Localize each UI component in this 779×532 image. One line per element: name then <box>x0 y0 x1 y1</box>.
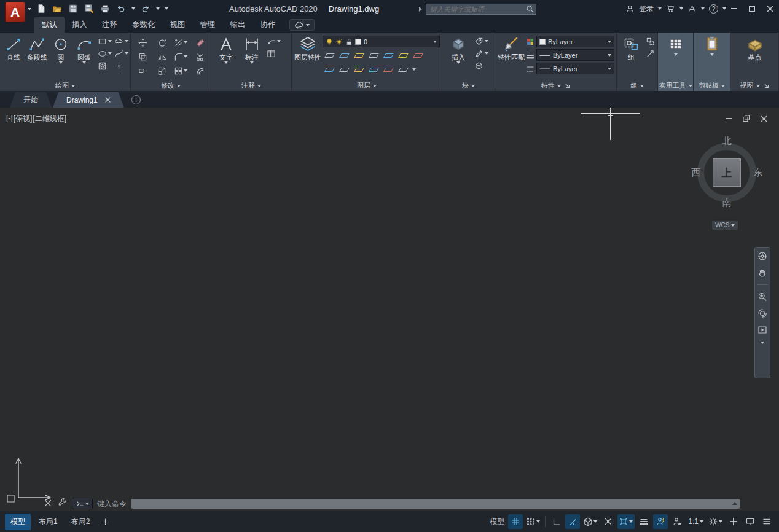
cart-arrow-icon[interactable] <box>679 7 683 10</box>
insert-arrow-icon[interactable] <box>456 61 460 64</box>
minimize-button[interactable] <box>730 4 738 13</box>
isodraft-arrow-icon[interactable] <box>593 520 597 523</box>
view-expander-icon[interactable] <box>764 84 769 88</box>
trim-arrow-icon[interactable] <box>184 41 187 44</box>
full-navigation-wheel-button[interactable] <box>757 251 767 261</box>
dimension-arrow-icon[interactable] <box>250 61 254 64</box>
doc-minimize-button[interactable] <box>725 114 734 123</box>
cloud-menu-button[interactable] <box>289 19 315 31</box>
open-file-button[interactable] <box>52 3 63 14</box>
annotation-visibility-toggle[interactable] <box>653 514 668 529</box>
workspace-arrow-icon[interactable] <box>719 520 722 523</box>
panel-label-block[interactable]: 块 <box>442 80 495 91</box>
circle-arrow-icon[interactable] <box>59 61 63 64</box>
graphics-performance-button[interactable] <box>743 514 757 529</box>
close-button[interactable] <box>765 4 774 13</box>
trim-button[interactable] <box>171 37 190 48</box>
wcs-selector[interactable]: WCS <box>712 221 738 230</box>
fillet-arrow-icon[interactable] <box>184 55 187 58</box>
text-arrow-icon[interactable] <box>224 61 228 64</box>
save-as-button[interactable] <box>84 3 95 14</box>
viewport-menu-control[interactable]: [-] <box>6 114 13 124</box>
panel-label-modify[interactable]: 修改 <box>131 80 211 91</box>
merge-layer-button[interactable] <box>368 65 379 74</box>
layer-dropdown[interactable]: 0 <box>323 36 440 47</box>
tab-parametric[interactable]: 参数化 <box>125 17 163 33</box>
layer-on-bulb-icon[interactable] <box>326 38 333 45</box>
match-properties-button[interactable]: 特性匹配 <box>498 34 525 61</box>
panel-label-annotate[interactable]: 注释 <box>211 80 291 91</box>
undo-button[interactable] <box>115 3 127 14</box>
search-input[interactable] <box>426 4 536 15</box>
point-button[interactable] <box>113 61 124 71</box>
model-space-label[interactable]: 模型 <box>488 514 506 529</box>
viewcube-top-face[interactable]: 上 <box>713 158 741 187</box>
save-button[interactable] <box>68 3 79 14</box>
recent-commands-button[interactable] <box>72 498 93 509</box>
stretch-button[interactable] <box>133 65 152 76</box>
annotation-scale-arrow-icon[interactable] <box>700 520 703 523</box>
ucs-icon[interactable] <box>2 452 64 509</box>
base-point-button[interactable]: 基点 <box>742 34 769 61</box>
autodesk-a-icon[interactable] <box>687 4 697 14</box>
orbit-button[interactable] <box>757 308 767 318</box>
scale-button[interactable] <box>152 65 171 76</box>
rotate-button[interactable] <box>152 37 171 48</box>
offset-button[interactable] <box>190 65 209 76</box>
measure-arrow-icon[interactable] <box>674 53 678 56</box>
snap-toggle[interactable] <box>525 514 542 529</box>
group-button[interactable]: 组 <box>619 34 643 61</box>
new-drawing-tab-button[interactable] <box>131 95 141 104</box>
spline-arrow-icon[interactable] <box>125 52 128 55</box>
define-attribute-arrow-icon[interactable] <box>485 52 488 55</box>
layer-lock-button[interactable] <box>368 50 379 60</box>
mirror-button[interactable] <box>152 51 171 62</box>
file-tab-drawing1[interactable]: Drawing1 <box>53 92 124 108</box>
layer-isolate-button[interactable] <box>339 50 350 60</box>
viewcube-east[interactable]: 东 <box>753 167 762 179</box>
annotation-scale-button[interactable]: 1:1 <box>686 514 705 529</box>
layer-off-button[interactable] <box>324 50 335 60</box>
layer-unlock-button[interactable] <box>383 50 394 60</box>
block-editor-button[interactable] <box>473 61 484 71</box>
qat-customize-arrow-icon[interactable] <box>165 7 168 10</box>
app-menu-arrow-icon[interactable] <box>28 8 31 10</box>
grid-toggle[interactable] <box>508 514 523 529</box>
polyline-button[interactable]: 多段线 <box>26 34 48 61</box>
copy-button[interactable] <box>133 51 152 62</box>
zoom-button[interactable] <box>757 292 767 302</box>
app-logo[interactable]: A <box>5 2 25 22</box>
properties-expander-icon[interactable] <box>565 84 570 88</box>
layer-color-swatch[interactable] <box>355 39 361 45</box>
revision-cloud-arrow-icon[interactable] <box>125 40 128 42</box>
rectangle-button[interactable] <box>96 36 108 46</box>
panel-label-draw[interactable]: 绘图 <box>0 80 130 91</box>
isodraft-toggle[interactable] <box>582 514 599 529</box>
hatch-button[interactable] <box>96 61 108 71</box>
layer-on-all-button[interactable] <box>397 50 409 60</box>
layer-freeze-sun-icon[interactable] <box>335 38 343 45</box>
undo-history-arrow-icon[interactable] <box>131 7 135 10</box>
edit-attributes-arrow-icon[interactable] <box>485 40 488 42</box>
command-history-arrow-icon[interactable] <box>732 502 737 505</box>
ortho-toggle[interactable] <box>549 514 563 529</box>
commandline-bar[interactable] <box>131 499 740 509</box>
layout2-tab[interactable]: 布局2 <box>66 514 96 530</box>
commandline-customize-wrench-icon[interactable] <box>58 498 67 507</box>
layout1-tab[interactable]: 布局1 <box>33 514 63 530</box>
tab-collaborate[interactable]: 协作 <box>253 17 283 33</box>
object-snap-tracking-toggle[interactable] <box>601 514 616 529</box>
ungroup-button[interactable] <box>644 36 656 46</box>
app-store-cart-icon[interactable] <box>666 4 675 14</box>
arc-arrow-icon[interactable] <box>82 61 86 64</box>
tab-manage[interactable]: 管理 <box>193 17 223 33</box>
erase-button[interactable] <box>190 37 209 48</box>
annotation-autoscale-toggle[interactable] <box>670 514 684 529</box>
tab-close-icon[interactable] <box>105 97 111 103</box>
viewport-visual-style-control[interactable]: [二维线框] <box>33 114 66 124</box>
tab-annotate[interactable]: 注释 <box>95 17 125 33</box>
new-file-button[interactable] <box>36 3 47 14</box>
tab-insert[interactable]: 插入 <box>65 17 95 33</box>
workspace-switching-button[interactable] <box>707 514 724 529</box>
new-layout-button[interactable] <box>98 514 112 529</box>
